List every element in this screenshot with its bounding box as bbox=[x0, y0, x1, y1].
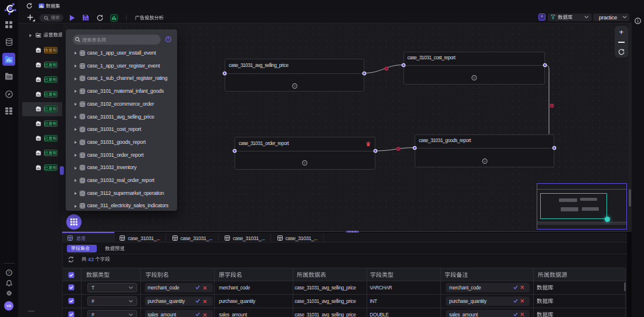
svg-text:?: ? bbox=[167, 38, 170, 42]
svg-text:?: ? bbox=[8, 270, 10, 274]
